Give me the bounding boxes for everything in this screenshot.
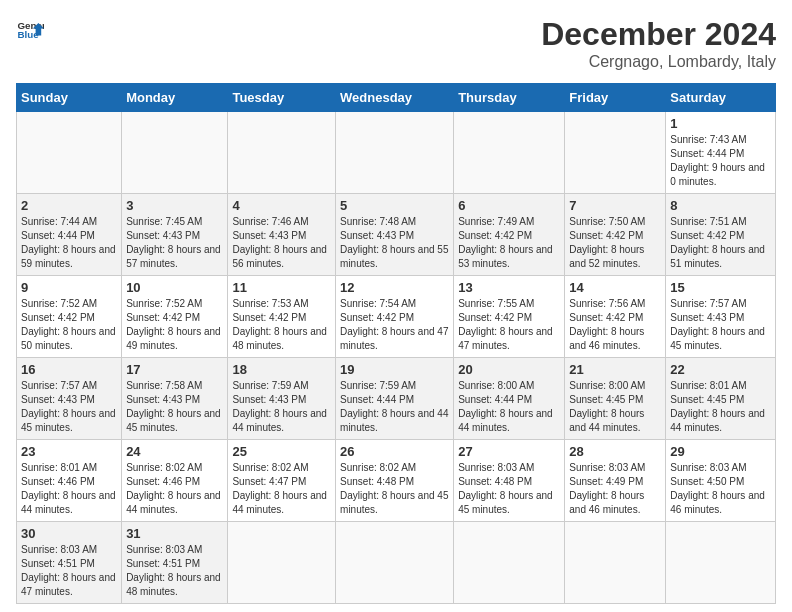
day-number: 14 — [569, 280, 661, 295]
day-number: 18 — [232, 362, 331, 377]
day-info: Sunrise: 7:56 AM Sunset: 4:42 PM Dayligh… — [569, 297, 661, 353]
day-info: Sunrise: 7:46 AM Sunset: 4:43 PM Dayligh… — [232, 215, 331, 271]
calendar-week-row: 23 Sunrise: 8:01 AM Sunset: 4:46 PM Dayl… — [17, 440, 776, 522]
header-sunday: Sunday — [17, 84, 122, 112]
calendar-cell: 5 Sunrise: 7:48 AM Sunset: 4:43 PM Dayli… — [336, 194, 454, 276]
calendar-cell: 13 Sunrise: 7:55 AM Sunset: 4:42 PM Dayl… — [454, 276, 565, 358]
calendar-cell: 17 Sunrise: 7:58 AM Sunset: 4:43 PM Dayl… — [122, 358, 228, 440]
calendar-cell: 1 Sunrise: 7:43 AM Sunset: 4:44 PM Dayli… — [666, 112, 776, 194]
page-header: General Blue December 2024 Cergnago, Lom… — [16, 16, 776, 71]
calendar-cell: 6 Sunrise: 7:49 AM Sunset: 4:42 PM Dayli… — [454, 194, 565, 276]
calendar-cell: 8 Sunrise: 7:51 AM Sunset: 4:42 PM Dayli… — [666, 194, 776, 276]
day-info: Sunrise: 7:54 AM Sunset: 4:42 PM Dayligh… — [340, 297, 449, 353]
calendar-cell: 21 Sunrise: 8:00 AM Sunset: 4:45 PM Dayl… — [565, 358, 666, 440]
day-number: 1 — [670, 116, 771, 131]
calendar-cell: 20 Sunrise: 8:00 AM Sunset: 4:44 PM Dayl… — [454, 358, 565, 440]
header-tuesday: Tuesday — [228, 84, 336, 112]
day-number: 12 — [340, 280, 449, 295]
day-info: Sunrise: 7:48 AM Sunset: 4:43 PM Dayligh… — [340, 215, 449, 271]
day-number: 31 — [126, 526, 223, 541]
day-info: Sunrise: 7:57 AM Sunset: 4:43 PM Dayligh… — [21, 379, 117, 435]
calendar-cell: 29 Sunrise: 8:03 AM Sunset: 4:50 PM Dayl… — [666, 440, 776, 522]
calendar-cell — [228, 522, 336, 604]
calendar-cell: 28 Sunrise: 8:03 AM Sunset: 4:49 PM Dayl… — [565, 440, 666, 522]
day-number: 8 — [670, 198, 771, 213]
calendar-cell: 19 Sunrise: 7:59 AM Sunset: 4:44 PM Dayl… — [336, 358, 454, 440]
day-number: 25 — [232, 444, 331, 459]
day-info: Sunrise: 7:58 AM Sunset: 4:43 PM Dayligh… — [126, 379, 223, 435]
day-number: 11 — [232, 280, 331, 295]
title-area: December 2024 Cergnago, Lombardy, Italy — [541, 16, 776, 71]
calendar-cell: 7 Sunrise: 7:50 AM Sunset: 4:42 PM Dayli… — [565, 194, 666, 276]
calendar-cell — [454, 112, 565, 194]
day-number: 27 — [458, 444, 560, 459]
day-info: Sunrise: 8:03 AM Sunset: 4:49 PM Dayligh… — [569, 461, 661, 517]
day-info: Sunrise: 8:02 AM Sunset: 4:46 PM Dayligh… — [126, 461, 223, 517]
day-info: Sunrise: 8:00 AM Sunset: 4:44 PM Dayligh… — [458, 379, 560, 435]
month-year: December 2024 — [541, 16, 776, 53]
logo: General Blue — [16, 16, 44, 44]
calendar-table: Sunday Monday Tuesday Wednesday Thursday… — [16, 83, 776, 604]
calendar-cell — [666, 522, 776, 604]
day-number: 13 — [458, 280, 560, 295]
calendar-cell — [228, 112, 336, 194]
day-number: 15 — [670, 280, 771, 295]
day-info: Sunrise: 8:02 AM Sunset: 4:48 PM Dayligh… — [340, 461, 449, 517]
day-number: 17 — [126, 362, 223, 377]
day-number: 4 — [232, 198, 331, 213]
location: Cergnago, Lombardy, Italy — [541, 53, 776, 71]
calendar-cell: 27 Sunrise: 8:03 AM Sunset: 4:48 PM Dayl… — [454, 440, 565, 522]
day-number: 20 — [458, 362, 560, 377]
day-number: 9 — [21, 280, 117, 295]
calendar-week-row: 9 Sunrise: 7:52 AM Sunset: 4:42 PM Dayli… — [17, 276, 776, 358]
calendar-cell: 2 Sunrise: 7:44 AM Sunset: 4:44 PM Dayli… — [17, 194, 122, 276]
day-info: Sunrise: 8:00 AM Sunset: 4:45 PM Dayligh… — [569, 379, 661, 435]
header-wednesday: Wednesday — [336, 84, 454, 112]
header-friday: Friday — [565, 84, 666, 112]
day-number: 10 — [126, 280, 223, 295]
calendar-cell — [336, 112, 454, 194]
day-info: Sunrise: 7:59 AM Sunset: 4:44 PM Dayligh… — [340, 379, 449, 435]
calendar-cell: 26 Sunrise: 8:02 AM Sunset: 4:48 PM Dayl… — [336, 440, 454, 522]
day-info: Sunrise: 7:57 AM Sunset: 4:43 PM Dayligh… — [670, 297, 771, 353]
day-info: Sunrise: 8:03 AM Sunset: 4:51 PM Dayligh… — [126, 543, 223, 599]
calendar-cell: 15 Sunrise: 7:57 AM Sunset: 4:43 PM Dayl… — [666, 276, 776, 358]
day-number: 26 — [340, 444, 449, 459]
day-info: Sunrise: 8:01 AM Sunset: 4:46 PM Dayligh… — [21, 461, 117, 517]
calendar-week-row: 2 Sunrise: 7:44 AM Sunset: 4:44 PM Dayli… — [17, 194, 776, 276]
day-info: Sunrise: 8:03 AM Sunset: 4:51 PM Dayligh… — [21, 543, 117, 599]
day-info: Sunrise: 7:50 AM Sunset: 4:42 PM Dayligh… — [569, 215, 661, 271]
calendar-cell: 11 Sunrise: 7:53 AM Sunset: 4:42 PM Dayl… — [228, 276, 336, 358]
header-thursday: Thursday — [454, 84, 565, 112]
calendar-cell: 4 Sunrise: 7:46 AM Sunset: 4:43 PM Dayli… — [228, 194, 336, 276]
day-number: 16 — [21, 362, 117, 377]
day-number: 30 — [21, 526, 117, 541]
calendar-cell — [454, 522, 565, 604]
day-info: Sunrise: 7:51 AM Sunset: 4:42 PM Dayligh… — [670, 215, 771, 271]
calendar-cell: 24 Sunrise: 8:02 AM Sunset: 4:46 PM Dayl… — [122, 440, 228, 522]
day-number: 3 — [126, 198, 223, 213]
calendar-cell: 23 Sunrise: 8:01 AM Sunset: 4:46 PM Dayl… — [17, 440, 122, 522]
header-monday: Monday — [122, 84, 228, 112]
logo-icon: General Blue — [16, 16, 44, 44]
day-info: Sunrise: 7:44 AM Sunset: 4:44 PM Dayligh… — [21, 215, 117, 271]
calendar-cell: 12 Sunrise: 7:54 AM Sunset: 4:42 PM Dayl… — [336, 276, 454, 358]
day-number: 29 — [670, 444, 771, 459]
calendar-cell: 16 Sunrise: 7:57 AM Sunset: 4:43 PM Dayl… — [17, 358, 122, 440]
day-number: 5 — [340, 198, 449, 213]
day-info: Sunrise: 8:03 AM Sunset: 4:48 PM Dayligh… — [458, 461, 560, 517]
calendar-week-row: 16 Sunrise: 7:57 AM Sunset: 4:43 PM Dayl… — [17, 358, 776, 440]
calendar-cell: 3 Sunrise: 7:45 AM Sunset: 4:43 PM Dayli… — [122, 194, 228, 276]
day-info: Sunrise: 8:02 AM Sunset: 4:47 PM Dayligh… — [232, 461, 331, 517]
day-number: 19 — [340, 362, 449, 377]
day-number: 2 — [21, 198, 117, 213]
day-info: Sunrise: 8:01 AM Sunset: 4:45 PM Dayligh… — [670, 379, 771, 435]
calendar-week-row: 30 Sunrise: 8:03 AM Sunset: 4:51 PM Dayl… — [17, 522, 776, 604]
calendar-cell — [565, 522, 666, 604]
calendar-cell — [17, 112, 122, 194]
day-info: Sunrise: 7:52 AM Sunset: 4:42 PM Dayligh… — [21, 297, 117, 353]
day-info: Sunrise: 7:43 AM Sunset: 4:44 PM Dayligh… — [670, 133, 771, 189]
calendar-cell — [122, 112, 228, 194]
day-number: 22 — [670, 362, 771, 377]
header-saturday: Saturday — [666, 84, 776, 112]
